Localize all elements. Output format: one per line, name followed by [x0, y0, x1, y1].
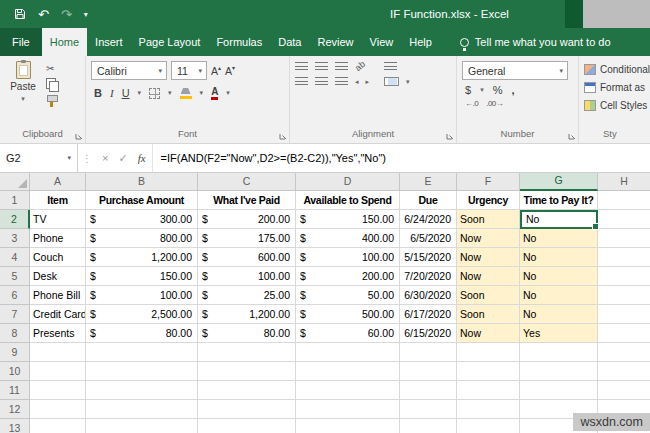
cell[interactable]: [30, 362, 86, 381]
fill-caret-icon[interactable]: ▾: [200, 89, 204, 97]
increase-indent-icon[interactable]: ▸: [366, 78, 370, 86]
cell[interactable]: [598, 210, 650, 229]
cell-item[interactable]: Phone Bill: [30, 286, 86, 305]
decrease-indent-icon[interactable]: ◂: [355, 78, 359, 86]
cell[interactable]: [457, 381, 520, 400]
cell-item[interactable]: Phone: [30, 229, 86, 248]
cell-purchase[interactable]: $80.00: [86, 324, 198, 343]
cell-paid[interactable]: $100.00: [198, 267, 296, 286]
cell-purchase[interactable]: $150.00: [86, 267, 198, 286]
cell[interactable]: [598, 191, 650, 210]
font-name-select[interactable]: Calibri ▾: [91, 61, 167, 80]
shrink-font-button[interactable]: A▾: [225, 64, 235, 77]
italic-button[interactable]: I: [110, 87, 114, 99]
cell-item[interactable]: Couch: [30, 248, 86, 267]
row-header[interactable]: 11: [0, 381, 30, 400]
select-all-corner[interactable]: [0, 173, 30, 191]
cell-due[interactable]: 6/15/2020: [400, 324, 457, 343]
cell-available[interactable]: $200.00: [296, 267, 400, 286]
cell-due[interactable]: 6/17/2020: [400, 305, 457, 324]
currency-caret-icon[interactable]: ▾: [480, 86, 484, 94]
comma-format-icon[interactable]: ,: [511, 84, 514, 96]
header-cell-purchase-amount[interactable]: Purchase Amount: [86, 191, 198, 210]
cell-styles-button[interactable]: Cell Styles: [584, 96, 650, 114]
cell-item[interactable]: Credit Card: [30, 305, 86, 324]
tab-view[interactable]: View: [362, 28, 402, 56]
name-box[interactable]: G2 ▾: [0, 144, 78, 172]
row-header[interactable]: 7: [0, 305, 30, 324]
header-cell-urgency[interactable]: Urgency: [457, 191, 520, 210]
cell[interactable]: [400, 419, 457, 433]
cell[interactable]: [400, 400, 457, 419]
cell[interactable]: [400, 381, 457, 400]
row-header[interactable]: 3: [0, 229, 30, 248]
redo-icon[interactable]: ↷: [61, 8, 72, 21]
cell[interactable]: [198, 343, 296, 362]
cell[interactable]: [198, 362, 296, 381]
cell[interactable]: [198, 381, 296, 400]
cell[interactable]: [296, 400, 400, 419]
number-format-select[interactable]: General ▾: [462, 61, 568, 80]
insert-function-icon[interactable]: fx: [138, 152, 146, 164]
cell-available[interactable]: $400.00: [296, 229, 400, 248]
cell-purchase[interactable]: $1,200.00: [86, 248, 198, 267]
cancel-icon[interactable]: ×: [102, 152, 108, 164]
format-as-table-button[interactable]: Format as: [584, 78, 650, 96]
cell-due[interactable]: 6/30/2020: [400, 286, 457, 305]
cell-paid[interactable]: $175.00: [198, 229, 296, 248]
grow-font-button[interactable]: A▴: [211, 64, 221, 77]
align-right-icon[interactable]: [335, 77, 348, 86]
fill-color-icon[interactable]: [180, 87, 192, 99]
row-header[interactable]: 12: [0, 400, 30, 419]
align-top-icon[interactable]: [295, 62, 308, 71]
header-cell-available-to-spend[interactable]: Available to Spend: [296, 191, 400, 210]
header-cell-item[interactable]: Item: [30, 191, 86, 210]
cell[interactable]: [86, 343, 198, 362]
copy-icon[interactable]: [46, 78, 59, 91]
underline-caret-icon[interactable]: ▾: [138, 89, 142, 97]
cell-paid[interactable]: $80.00: [198, 324, 296, 343]
number-dialog-launcher-icon[interactable]: [568, 132, 576, 140]
align-center-icon[interactable]: [315, 77, 328, 86]
font-dialog-launcher-icon[interactable]: [279, 132, 287, 140]
cell-due[interactable]: 7/20/2020: [400, 267, 457, 286]
row-header[interactable]: 8: [0, 324, 30, 343]
cell[interactable]: [296, 419, 400, 433]
tab-insert[interactable]: Insert: [87, 28, 131, 56]
borders-icon[interactable]: [149, 88, 160, 99]
qat-customize-icon[interactable]: ▾: [84, 10, 88, 19]
cell[interactable]: [400, 343, 457, 362]
tab-help[interactable]: Help: [401, 28, 440, 56]
tab-home[interactable]: Home: [42, 28, 87, 56]
cell-available[interactable]: $150.00: [296, 210, 400, 229]
cell-pay[interactable]: No: [520, 267, 598, 286]
cell[interactable]: [457, 419, 520, 433]
cell-available[interactable]: $50.00: [296, 286, 400, 305]
tab-review[interactable]: Review: [309, 28, 361, 56]
merge-caret-icon[interactable]: ▾: [406, 78, 410, 86]
cell-urgency[interactable]: Now: [457, 267, 520, 286]
paste-button[interactable]: Paste ▾: [5, 61, 41, 127]
column-header-e[interactable]: E: [400, 173, 457, 191]
cell[interactable]: [520, 362, 598, 381]
cell[interactable]: [30, 381, 86, 400]
cell-paid[interactable]: $1,200.00: [198, 305, 296, 324]
align-left-icon[interactable]: [295, 77, 308, 86]
tab-data[interactable]: Data: [270, 28, 309, 56]
cell[interactable]: [296, 343, 400, 362]
cell-available[interactable]: $500.00: [296, 305, 400, 324]
cell-purchase[interactable]: $100.00: [86, 286, 198, 305]
cell-urgency[interactable]: Now: [457, 229, 520, 248]
cell-paid[interactable]: $25.00: [198, 286, 296, 305]
align-bottom-icon[interactable]: [335, 62, 348, 71]
cell-pay[interactable]: No: [520, 286, 598, 305]
row-header[interactable]: 10: [0, 362, 30, 381]
wrap-text-icon[interactable]: [384, 62, 397, 71]
column-header-f[interactable]: F: [457, 173, 520, 191]
format-painter-icon[interactable]: [46, 95, 57, 107]
header-cell-due[interactable]: Due: [400, 191, 457, 210]
merge-center-icon[interactable]: [384, 77, 399, 86]
header-cell-what-ive-paid[interactable]: What I've Paid: [198, 191, 296, 210]
underline-button[interactable]: U: [122, 87, 130, 99]
column-header-g[interactable]: G: [520, 173, 598, 191]
